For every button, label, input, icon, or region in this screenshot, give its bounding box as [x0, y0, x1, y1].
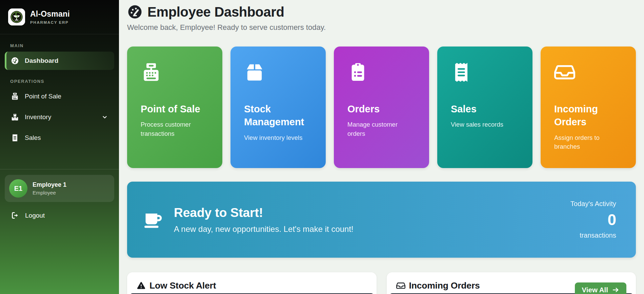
brand-name: Al-Osmani	[30, 10, 70, 19]
logout-label: Logout	[25, 212, 45, 219]
warning-icon	[137, 281, 146, 290]
stat-value: 0	[570, 210, 616, 229]
brand: Al-Osmani PHARMACY ERP	[0, 0, 119, 34]
receipt-icon	[451, 62, 472, 83]
page-subtitle: Welcome back, Employee! Ready to serve c…	[127, 23, 636, 32]
action-cards-grid: Point of Sale Process customer transacti…	[127, 47, 636, 168]
low-stock-title: Low Stock Alert	[149, 280, 216, 291]
cash-register-icon	[11, 92, 19, 100]
sidebar-item-dashboard[interactable]: Dashboard	[5, 52, 114, 70]
pharmacy-logo-icon	[8, 8, 25, 25]
inbox-icon	[396, 281, 405, 290]
sidebar-nav: MAIN Dashboard OPERATIONS Point of Sale …	[0, 34, 119, 149]
low-stock-panel: Low Stock Alert	[127, 272, 377, 294]
user-card: E1 Employee 1 Employee	[5, 175, 114, 202]
sidebar-divider	[0, 169, 119, 169]
brand-tagline: PHARMACY ERP	[30, 20, 70, 24]
boxes-icon	[11, 113, 19, 121]
sidebar-item-sales[interactable]: Sales	[5, 129, 114, 147]
user-name: Employee 1	[33, 181, 66, 188]
avatar: E1	[9, 179, 27, 198]
sign-out-icon	[11, 211, 19, 220]
nav-section-label: MAIN	[10, 43, 119, 48]
page-title: Employee Dashboard	[147, 4, 284, 20]
today-activity-stat: Today's Activity 0 transactions	[570, 200, 616, 239]
stat-unit: transactions	[570, 232, 616, 239]
action-card-orders[interactable]: Orders Manage customer orders	[334, 47, 429, 168]
ready-banner: Ready to Start! A new day, new opportuni…	[127, 182, 636, 258]
sidebar: Al-Osmani PHARMACY ERP MAIN Dashboard OP…	[0, 0, 119, 294]
inbox-icon	[554, 62, 575, 83]
banner-title: Ready to Start!	[174, 206, 354, 220]
action-card-point-of-sale[interactable]: Point of Sale Process customer transacti…	[127, 47, 222, 168]
banner-subtitle: A new day, new opportunities. Let's make…	[174, 224, 354, 234]
chevron-down-icon	[101, 114, 108, 121]
logout-button[interactable]: Logout	[5, 207, 114, 224]
view-all-button[interactable]: View All	[575, 282, 626, 294]
sidebar-item-inventory[interactable]: Inventory	[5, 108, 114, 126]
action-card-sales[interactable]: Sales View sales records	[437, 47, 532, 168]
clipboard-list-icon	[347, 62, 368, 83]
action-card-incoming-orders[interactable]: Incoming Orders Assign orders to branche…	[541, 47, 636, 168]
view-all-label: View All	[582, 286, 608, 294]
gauge-icon	[11, 57, 19, 65]
action-card-stock-management[interactable]: Stock Management View inventory levels	[230, 47, 326, 168]
stat-label: Today's Activity	[570, 200, 616, 208]
incoming-orders-panel: Incoming Orders View All	[387, 272, 636, 294]
gauge-icon	[127, 4, 143, 20]
incoming-orders-title: Incoming Orders	[409, 280, 480, 291]
main-content: Employee Dashboard Welcome back, Employe…	[119, 0, 644, 294]
user-role: Employee	[33, 190, 66, 196]
cash-register-icon	[141, 62, 162, 83]
arrow-right-icon	[612, 286, 619, 294]
box-icon	[244, 62, 265, 83]
nav-section-label: OPERATIONS	[10, 79, 119, 84]
sidebar-item-point-of-sale[interactable]: Point of Sale	[5, 87, 114, 106]
mug-icon	[143, 209, 164, 230]
receipt-icon	[11, 134, 19, 142]
bottom-panels: Low Stock Alert Incoming Orders View All	[127, 272, 636, 294]
